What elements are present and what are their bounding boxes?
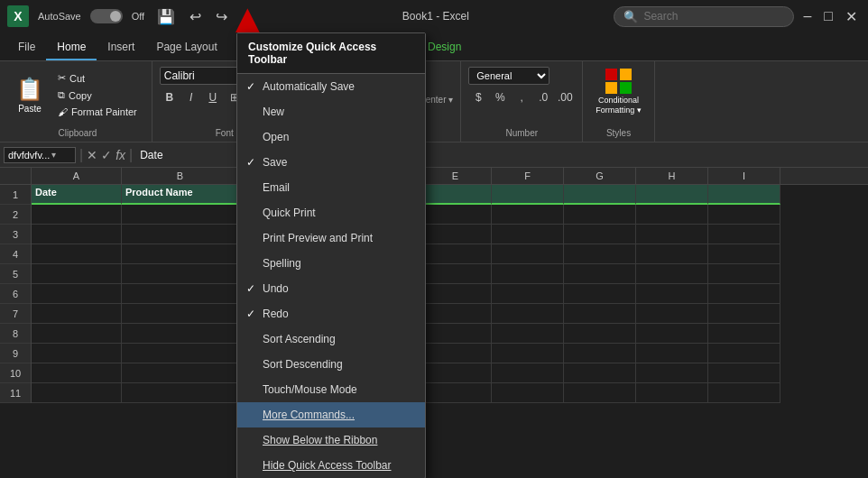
cell-h1[interactable]: [636, 185, 708, 205]
menu-item-open[interactable]: Open: [237, 124, 425, 150]
cell-e5[interactable]: [420, 264, 492, 284]
cell-e10[interactable]: [420, 363, 492, 383]
cell-e8[interactable]: [420, 324, 492, 344]
cell-g7[interactable]: [564, 304, 636, 324]
autosave-toggle[interactable]: [90, 9, 123, 23]
cell-i6[interactable]: [708, 284, 780, 304]
undo-icon[interactable]: ↩: [186, 6, 205, 27]
cell-e11[interactable]: [420, 383, 492, 403]
col-header-b[interactable]: B: [122, 168, 239, 184]
cell-i9[interactable]: [708, 344, 780, 363]
cell-f5[interactable]: [492, 264, 564, 284]
tab-home[interactable]: Home: [46, 35, 97, 60]
currency-btn[interactable]: $: [468, 87, 488, 107]
cell-a7[interactable]: [32, 304, 122, 324]
cell-h2[interactable]: [636, 205, 708, 225]
cell-a8[interactable]: [32, 324, 122, 344]
save-icon[interactable]: 💾: [153, 6, 179, 27]
cell-i2[interactable]: [708, 205, 780, 225]
cell-f4[interactable]: [492, 244, 564, 264]
col-header-a[interactable]: A: [32, 168, 122, 184]
cell-h10[interactable]: [636, 363, 708, 383]
cell-g6[interactable]: [564, 284, 636, 304]
menu-item-save[interactable]: Save: [237, 150, 425, 175]
cell-h5[interactable]: [636, 264, 708, 284]
cell-f2[interactable]: [492, 205, 564, 225]
bold-button[interactable]: B: [160, 87, 180, 107]
cell-b8[interactable]: [122, 324, 239, 344]
menu-item-print-preview[interactable]: Print Preview and Print: [237, 225, 425, 251]
cell-b1[interactable]: Product Name: [122, 185, 239, 205]
menu-item-redo[interactable]: Redo: [237, 301, 425, 326]
menu-item-undo[interactable]: Undo: [237, 276, 425, 301]
cell-e9[interactable]: [420, 344, 492, 363]
search-input[interactable]: [643, 10, 770, 23]
conditional-formatting-button[interactable]: ConditionalFormatting ▾: [590, 65, 647, 119]
cell-g11[interactable]: [564, 383, 636, 403]
cell-g4[interactable]: [564, 244, 636, 264]
search-box[interactable]: 🔍: [614, 6, 794, 27]
minimize-icon[interactable]: –: [799, 6, 815, 26]
cell-b6[interactable]: [122, 284, 239, 304]
cell-b9[interactable]: [122, 344, 239, 363]
name-box[interactable]: dfvfdvfv... ▾: [4, 147, 76, 163]
cell-a10[interactable]: [32, 363, 122, 383]
col-header-i[interactable]: I: [708, 168, 780, 184]
tab-file[interactable]: File: [7, 35, 46, 60]
tab-insert[interactable]: Insert: [97, 35, 145, 60]
cut-button[interactable]: ✂ Cut: [52, 70, 143, 86]
decrease-decimal-btn[interactable]: .0: [533, 87, 553, 107]
menu-item-auto-save[interactable]: Automatically Save: [237, 74, 425, 99]
cell-e6[interactable]: [420, 284, 492, 304]
number-format-select[interactable]: General Number Currency Date: [468, 67, 549, 85]
cell-i1[interactable]: [708, 185, 780, 205]
col-header-g[interactable]: G: [564, 168, 636, 184]
format-painter-button[interactable]: 🖌 Format Painter: [52, 105, 143, 119]
col-header-f[interactable]: F: [492, 168, 564, 184]
cell-f6[interactable]: [492, 284, 564, 304]
cell-h6[interactable]: [636, 284, 708, 304]
cell-f7[interactable]: [492, 304, 564, 324]
cell-i11[interactable]: [708, 383, 780, 403]
cell-a1[interactable]: Date: [32, 185, 122, 205]
cell-h8[interactable]: [636, 324, 708, 344]
maximize-icon[interactable]: □: [820, 6, 836, 26]
cell-g10[interactable]: [564, 363, 636, 383]
menu-item-hide-toolbar[interactable]: Hide Quick Access Toolbar: [237, 453, 425, 478]
cell-g1[interactable]: [564, 185, 636, 205]
comma-btn[interactable]: ,: [512, 87, 531, 107]
cell-h11[interactable]: [636, 383, 708, 403]
cell-a9[interactable]: [32, 344, 122, 363]
menu-item-sort-asc[interactable]: Sort Ascending: [237, 326, 425, 352]
col-header-e[interactable]: E: [420, 168, 492, 184]
cell-b11[interactable]: [122, 383, 239, 403]
italic-button[interactable]: I: [181, 87, 201, 107]
cell-a6[interactable]: [32, 284, 122, 304]
menu-item-new[interactable]: New: [237, 99, 425, 124]
menu-item-spelling[interactable]: Spelling: [237, 251, 425, 276]
cell-b7[interactable]: [122, 304, 239, 324]
close-icon[interactable]: ✕: [842, 6, 861, 27]
cell-f1[interactable]: [492, 185, 564, 205]
name-box-dropdown[interactable]: ▾: [51, 150, 56, 160]
cell-a2[interactable]: [32, 205, 122, 225]
underline-button[interactable]: U: [203, 87, 223, 107]
cell-i4[interactable]: [708, 244, 780, 264]
cell-h7[interactable]: [636, 304, 708, 324]
col-header-h[interactable]: H: [636, 168, 708, 184]
cell-g8[interactable]: [564, 324, 636, 344]
cell-b5[interactable]: [122, 264, 239, 284]
menu-item-quick-print[interactable]: Quick Print: [237, 200, 425, 225]
cell-g2[interactable]: [564, 205, 636, 225]
menu-item-email[interactable]: Email: [237, 175, 425, 200]
cell-i8[interactable]: [708, 324, 780, 344]
cell-f8[interactable]: [492, 324, 564, 344]
cell-i3[interactable]: [708, 225, 780, 244]
cell-h9[interactable]: [636, 344, 708, 363]
cell-f11[interactable]: [492, 383, 564, 403]
cell-e3[interactable]: [420, 225, 492, 244]
cell-h3[interactable]: [636, 225, 708, 244]
cell-g5[interactable]: [564, 264, 636, 284]
confirm-formula-icon[interactable]: ✓: [101, 148, 112, 162]
cell-f3[interactable]: [492, 225, 564, 244]
